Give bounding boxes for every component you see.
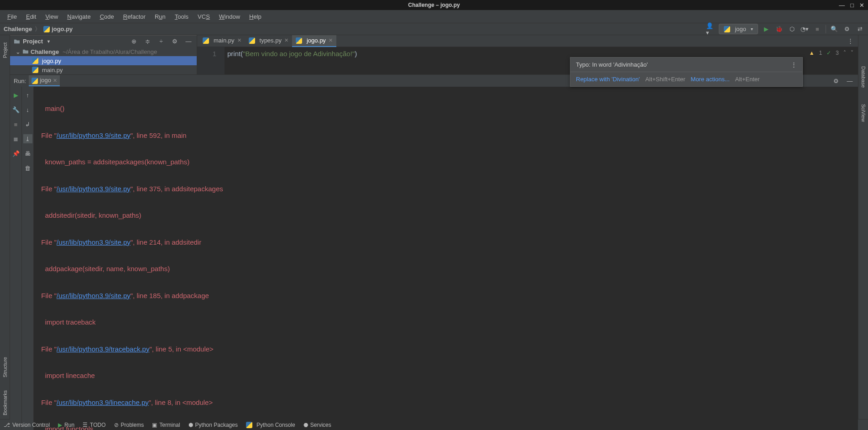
project-tool-button[interactable]: Project [2,39,8,62]
print-icon[interactable]: 🖶 [23,149,32,158]
todo-icon: ☰ [83,422,88,428]
status-python-console[interactable]: Python Console [246,422,295,428]
profile-icon[interactable]: ◔▾ [800,25,809,34]
warning-count: 1 [819,50,822,56]
minimize-icon[interactable]: — [839,2,845,9]
file-link[interactable]: /usr/lib/python3.9/site.py [57,238,131,246]
more-icon[interactable]: ⋮ [847,37,853,44]
close-icon[interactable]: ✕ [237,37,241,43]
hide-icon[interactable]: — [184,37,193,46]
menu-code[interactable]: Code [96,11,118,22]
menu-run[interactable]: Run [151,11,169,22]
file-link[interactable]: /usr/lib/python3.9/site.py [57,185,131,193]
status-run[interactable]: ▶Run [58,422,74,428]
close-icon[interactable]: ✕ [859,2,864,9]
maximize-icon[interactable]: □ [850,2,854,9]
close-icon[interactable]: ✕ [284,37,288,43]
expand-all-icon[interactable]: ≑ [143,37,152,46]
tree-root[interactable]: ⌄ Challenge ~/Área de Trabalho/Alura/Cha… [10,47,197,56]
editor-area: main.py✕ types.py✕ jogo.py✕ ⋮ 1 print("B… [197,35,858,74]
warning-icon[interactable]: ▲ [809,50,815,56]
close-icon[interactable]: ✕ [329,37,333,43]
status-problems[interactable]: ⊘Problems [114,422,144,428]
editor-tabs: main.py✕ types.py✕ jogo.py✕ ⋮ [197,35,858,47]
run-config-selector[interactable]: jogo [719,24,758,34]
tree-file-label: main.py [42,67,63,73]
scroll-end-icon[interactable]: ⤓ [23,134,32,143]
sciview-tool-button[interactable]: SciView [861,100,866,126]
status-services[interactable]: ⬣Services [303,422,331,428]
python-icon [203,37,209,44]
menubar: File Edit View Navigate Code Refactor Ru… [0,10,868,23]
menu-vcs[interactable]: VCS [194,11,214,22]
coverage-icon[interactable]: ⬡ [787,25,796,34]
trash-icon[interactable]: 🗑 [23,163,32,173]
file-link[interactable]: /usr/lib/python3.9/traceback.py [57,345,149,353]
pin-icon[interactable]: 📌 [11,149,21,158]
run-output[interactable]: main() File "/usr/lib/python3.9/site.py"… [34,87,858,430]
chevron-down-icon[interactable]: ˅ [851,50,853,56]
packages-icon: ⬢ [188,422,193,428]
project-view-selector[interactable]: Project [14,38,50,45]
wrench-icon[interactable]: 🔧 [11,105,21,114]
gear-icon[interactable]: ⚙ [831,76,841,85]
soft-wrap-icon[interactable]: ↲ [23,120,32,129]
menu-help[interactable]: Help [246,11,265,22]
stop-icon[interactable]: ■ [11,120,21,129]
file-link[interactable]: /usr/lib/python3.9/linecache.py [57,399,149,406]
up-icon[interactable]: ↑ [23,90,32,100]
tree-file-label: jogo.py [42,58,61,64]
more-actions[interactable]: More actions... [691,76,730,83]
file-link[interactable]: /usr/lib/python3.9/site.py [57,131,131,139]
locate-icon[interactable]: ⊕ [129,37,138,46]
database-tool-button[interactable]: Database [861,63,866,91]
settings-icon[interactable]: ⇄ [855,25,864,34]
hide-icon[interactable]: — [845,76,854,85]
more-icon[interactable]: ⋮ [791,61,797,68]
menu-edit[interactable]: Edit [22,11,40,22]
down-icon[interactable]: ↓ [23,105,32,114]
code-line-1[interactable]: print("Bem vindo ao jogo de Adivinhação!… [227,50,858,58]
layout-icon[interactable]: ≣ [11,134,21,143]
menu-tools[interactable]: Tools [171,11,192,22]
tab-types[interactable]: types.py✕ [245,35,292,47]
collapse-all-icon[interactable]: ÷ [157,37,166,46]
status-todo[interactable]: ☰TODO [83,422,105,428]
run-toolbar-2: ↑ ↓ ↲ ⤓ 🖶 🗑 [22,87,34,430]
status-vcs[interactable]: ⎇Version Control [4,422,50,428]
menu-view[interactable]: View [42,11,62,22]
tree-file-jogo[interactable]: jogo.py [10,56,197,65]
menu-navigate[interactable]: Navigate [63,11,94,22]
check-icon[interactable]: ✓ [826,50,831,56]
structure-tool-button[interactable]: Structure [2,353,8,381]
tab-jogo[interactable]: jogo.py✕ [292,35,336,47]
search-icon[interactable]: 🔍 [830,25,839,34]
gear-icon[interactable]: ⚙ [842,25,852,34]
rerun-icon[interactable]: ▶ [11,90,21,100]
status-terminal[interactable]: ▣Terminal [152,422,180,428]
python-icon [32,58,38,64]
replace-action[interactable]: Replace with 'Divination' [576,76,640,83]
run-tab-jogo[interactable]: jogo ✕ [29,75,59,86]
gear-icon[interactable]: ⚙ [170,37,179,46]
run-panel: Run: jogo ✕ ⚙ — ▶ 🔧 ■ ≣ 📌 ↑ ↓ [10,74,858,430]
user-icon[interactable]: 👤▾ [706,25,715,34]
bookmarks-tool-button[interactable]: Bookmarks [2,387,8,419]
file-link[interactable]: /usr/lib/python3.9/site.py [57,292,131,299]
stop-icon[interactable]: ■ [813,25,822,34]
close-icon[interactable]: ✕ [53,78,57,83]
run-icon[interactable]: ▶ [762,25,771,34]
chevron-up-icon[interactable]: ˄ [843,50,846,56]
menu-file[interactable]: File [4,11,21,22]
tree-file-main[interactable]: main.py [10,65,197,74]
run-header-icons: ⚙ — [831,76,854,85]
menu-window[interactable]: Window [215,11,244,22]
problems-icon: ⊘ [114,422,119,428]
breadcrumb-project[interactable]: Challenge [4,26,32,32]
tab-main[interactable]: main.py✕ [199,35,245,47]
breadcrumb-file[interactable]: jogo.py [43,26,73,33]
debug-icon[interactable]: 🐞 [774,25,784,34]
run-tab-area: Run: jogo ✕ [14,75,60,86]
status-packages[interactable]: ⬢Python Packages [188,422,238,428]
menu-refactor[interactable]: Refactor [120,11,149,22]
